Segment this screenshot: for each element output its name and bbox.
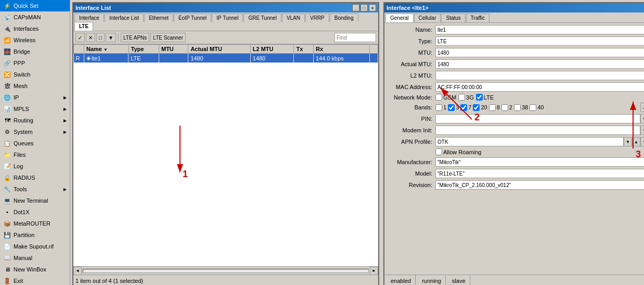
col-type[interactable]: Type — [128, 45, 159, 54]
sidebar-item-wireless[interactable]: 📶Wireless — [0, 34, 70, 46]
band-2-label[interactable]: 2 — [501, 104, 512, 111]
tab-ip-tunnel[interactable]: IP Tunnel — [212, 14, 243, 22]
band-8-checkbox[interactable] — [489, 104, 496, 111]
col-actual-mtu[interactable]: Actual MTU — [188, 45, 250, 54]
tab-interface-list[interactable]: Interface List — [105, 14, 144, 22]
find-input[interactable] — [334, 33, 376, 42]
sidebar-item-dot1x[interactable]: •Dot1X — [0, 206, 70, 218]
tab-vlan[interactable]: VLAN — [282, 14, 305, 22]
sidebar-item-new-terminal[interactable]: 💻New Terminal — [0, 195, 70, 206]
band-20-label[interactable]: 20 — [473, 104, 487, 111]
table-row[interactable]: R ◈ lte1 LTE 1480 1480 144.0 kbps — [74, 54, 378, 63]
x-button[interactable]: ✕ — [86, 33, 95, 42]
l2-mtu-input[interactable] — [435, 71, 644, 80]
apn-profile-dropdown-btn[interactable]: ▼ — [624, 137, 632, 146]
lte-checkbox-label[interactable]: LTE — [476, 94, 494, 101]
sidebar-item-tools[interactable]: 🔧Tools▶ — [0, 183, 70, 195]
sidebar-item-queues[interactable]: 📋Queues — [0, 138, 70, 149]
col-rx[interactable]: Rx — [314, 45, 370, 54]
sidebar-item-ip[interactable]: 🌐IP▶ — [0, 92, 70, 103]
band-40-label[interactable]: 40 — [530, 104, 544, 111]
sidebar-item-exit[interactable]: 🚪Exit — [0, 275, 70, 285]
actual-mtu-label: Actual MTU: — [389, 61, 435, 67]
band-1-label[interactable]: 1 — [435, 104, 446, 111]
tab-ethernet[interactable]: Ethernet — [144, 14, 173, 22]
sidebar-item-make-supout[interactable]: 📄Make Supout.rif — [0, 241, 70, 252]
col-name-label[interactable]: Name ▼ — [84, 45, 129, 54]
modem-init-input[interactable] — [435, 126, 640, 135]
tab-bonding[interactable]: Bonding — [330, 14, 358, 22]
tab-interface[interactable]: Interface — [74, 14, 104, 22]
mtu-input[interactable] — [435, 48, 644, 57]
band-7-label[interactable]: 7 — [460, 104, 471, 111]
sidebar-item-ppp[interactable]: 🔗PPP — [0, 57, 70, 69]
band-38-label[interactable]: 38 — [514, 104, 528, 111]
sidebar-item-new-winbox[interactable]: 🖥New WinBox — [0, 264, 70, 275]
band-1-checkbox[interactable] — [435, 104, 442, 111]
sidebar-item-routing[interactable]: 🗺Routing▶ — [0, 115, 70, 126]
sidebar-item-switch[interactable]: 🔀Switch — [0, 69, 70, 80]
lte-apns-button[interactable]: LTE APNs — [121, 33, 149, 42]
actual-mtu-input[interactable] — [435, 59, 644, 69]
sidebar-item-capsman[interactable]: 📡CAPsMAN — [0, 11, 70, 23]
sidebar-item-radius[interactable]: 🔒RADIUS — [0, 172, 70, 183]
modem-init-dropdown-btn[interactable]: ▼ — [640, 126, 644, 135]
sidebar-item-quick-set[interactable]: ⚡Quick Set — [0, 0, 70, 11]
band-8-label[interactable]: 8 — [489, 104, 500, 111]
allow-roaming-label[interactable]: Allow Roaming — [435, 148, 481, 155]
detail-tab-cellular[interactable]: Cellular — [414, 14, 441, 22]
col-tx[interactable]: Tx — [294, 45, 314, 54]
band-3-checkbox[interactable] — [448, 104, 455, 111]
3g-checkbox[interactable] — [458, 94, 465, 101]
sidebar-item-partition[interactable]: 💾Partition — [0, 229, 70, 241]
sidebar-item-bridge[interactable]: 🌉Bridge — [0, 46, 70, 57]
close-btn[interactable]: × — [369, 4, 376, 11]
detail-tab-traffic[interactable]: Traffic — [466, 14, 490, 22]
type-input[interactable] — [435, 36, 644, 46]
tab-vrrp[interactable]: VRRP — [305, 14, 329, 22]
tab-gre-tunnel[interactable]: GRE Tunnel — [243, 14, 281, 22]
name-input[interactable] — [435, 25, 644, 34]
check-button[interactable]: ✓ — [75, 33, 85, 42]
band-2-checkbox[interactable] — [501, 104, 508, 111]
pin-dropdown-btn[interactable]: ▼ — [640, 114, 644, 123]
apn-profile-down-btn[interactable]: ▼ — [640, 137, 644, 146]
allow-roaming-checkbox[interactable] — [435, 148, 442, 155]
scroll-left-btn[interactable]: ◄ — [73, 267, 82, 275]
apn-profile-input[interactable] — [435, 137, 624, 146]
scroll-track[interactable] — [83, 269, 369, 273]
sidebar-item-manual[interactable]: 📖Manual — [0, 252, 70, 264]
pin-input[interactable] — [435, 114, 640, 123]
maximize-btn[interactable]: □ — [360, 4, 368, 11]
sidebar-item-interfaces[interactable]: 🔌Interfaces — [0, 23, 70, 34]
lte-checkbox[interactable] — [476, 94, 483, 101]
apn-profile-up-btn[interactable]: ▲ — [632, 137, 640, 146]
sidebar-item-metarouter[interactable]: 📦MetaROUTER — [0, 218, 70, 229]
band-7-checkbox[interactable] — [460, 104, 467, 111]
sidebar-item-system[interactable]: ⚙System▶ — [0, 126, 70, 138]
band-38-checkbox[interactable] — [514, 104, 521, 111]
band-3-label[interactable]: 3 — [448, 104, 459, 111]
sidebar-item-mesh[interactable]: 🕸Mesh — [0, 80, 70, 92]
detail-tab-status[interactable]: Status — [441, 14, 465, 22]
sidebar-item-files[interactable]: 📁Files — [0, 149, 70, 160]
gsm-checkbox-label[interactable]: GSM — [435, 94, 456, 101]
3g-checkbox-label[interactable]: 3G — [458, 94, 474, 101]
minimize-btn[interactable]: _ — [352, 4, 359, 11]
bands-expand-btn[interactable]: ▲ — [640, 103, 644, 112]
filter-button[interactable]: ▼ — [106, 33, 116, 42]
scroll-right-btn[interactable]: ► — [370, 267, 378, 275]
detail-tab-general[interactable]: General — [385, 14, 414, 22]
gsm-checkbox[interactable] — [435, 94, 442, 101]
band-20-checkbox[interactable] — [473, 104, 480, 111]
band-40-checkbox[interactable] — [530, 104, 536, 111]
box-button[interactable]: □ — [96, 33, 105, 42]
col-l2-mtu[interactable]: L2 MTU — [250, 45, 294, 54]
lte-scanner-button[interactable]: LTE Scanner — [150, 33, 186, 42]
tab-lte[interactable]: LTE — [74, 22, 93, 31]
col-mtu[interactable]: MTU — [159, 45, 188, 54]
sidebar-item-log[interactable]: 📝Log — [0, 160, 70, 172]
sidebar-item-mpls[interactable]: 📊MPLS▶ — [0, 103, 70, 115]
tab-eoip-tunnel[interactable]: EoIP Tunnel — [174, 14, 211, 22]
mac-input[interactable] — [435, 82, 644, 92]
